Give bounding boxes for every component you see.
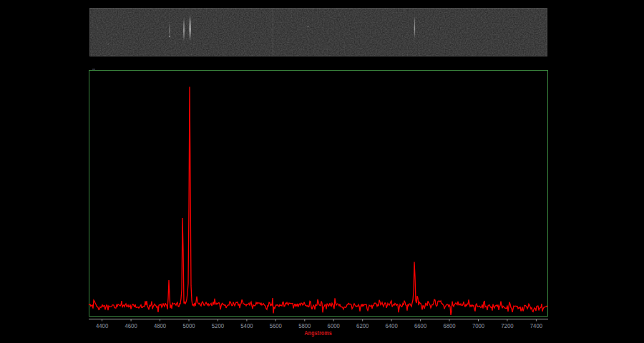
svg-text:5000: 5000 — [182, 322, 195, 329]
svg-text:5400: 5400 — [240, 322, 253, 329]
svg-text:5200: 5200 — [212, 322, 224, 329]
svg-text:4400: 4400 — [96, 322, 108, 329]
svg-text:6200: 6200 — [356, 322, 369, 329]
svg-text:7200: 7200 — [501, 322, 513, 329]
svg-text:6400: 6400 — [386, 322, 398, 329]
svg-text:5600: 5600 — [270, 322, 282, 329]
svg-text:6600: 6600 — [414, 322, 426, 329]
svg-text:4600: 4600 — [125, 322, 137, 329]
svg-text:7400: 7400 — [530, 322, 542, 329]
svg-text:Angstroms: Angstroms — [304, 329, 332, 337]
svg-text:4800: 4800 — [154, 322, 166, 329]
svg-text:7000: 7000 — [472, 322, 484, 329]
svg-text:6800: 6800 — [443, 322, 455, 329]
